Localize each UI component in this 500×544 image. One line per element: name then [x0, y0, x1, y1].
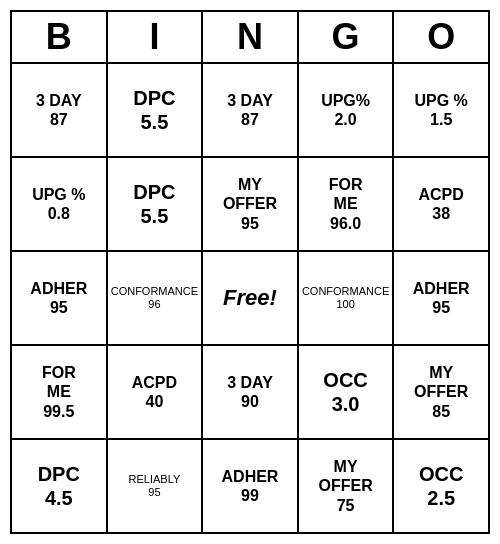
cell-line1: FOR [42, 363, 76, 382]
cell-line2: 95 [50, 298, 68, 317]
cell-line2: ME [47, 382, 71, 401]
bingo-cell: 3 DAY87 [12, 64, 108, 156]
bingo-cell: CONFORMANCE96 [108, 252, 204, 344]
cell-line1: MY [429, 363, 453, 382]
bingo-grid: 3 DAY87DPC5.53 DAY87UPG%2.0UPG %1.5UPG %… [12, 64, 488, 532]
cell-line1: UPG% [321, 91, 370, 110]
bingo-cell: ADHER95 [394, 252, 488, 344]
bingo-row: UPG %0.8DPC5.5MYOFFER95FORME96.0ACPD38 [12, 158, 488, 252]
bingo-row: ADHER95CONFORMANCE96Free!CONFORMANCE100A… [12, 252, 488, 346]
bingo-cell: ACPD40 [108, 346, 204, 438]
cell-line1: DPC [133, 180, 175, 204]
cell-line1: UPG % [32, 185, 85, 204]
bingo-cell: FORME96.0 [299, 158, 395, 250]
cell-line1: ADHER [413, 279, 470, 298]
bingo-cell: CONFORMANCE100 [299, 252, 395, 344]
bingo-cell: DPC5.5 [108, 64, 204, 156]
bingo-cell: RELIABLY95 [108, 440, 204, 532]
cell-line1: ADHER [30, 279, 87, 298]
cell-line3: 75 [337, 496, 355, 515]
bingo-cell: UPG %0.8 [12, 158, 108, 250]
bingo-row: FORME99.5ACPD403 DAY90OCC3.0MYOFFER85 [12, 346, 488, 440]
bingo-cell: DPC5.5 [108, 158, 204, 250]
bingo-header: BINGO [12, 12, 488, 64]
cell-line1: 3 DAY [227, 373, 273, 392]
cell-line1: CONFORMANCE [111, 285, 198, 298]
cell-line1: UPG % [415, 91, 468, 110]
bingo-cell: 3 DAY87 [203, 64, 299, 156]
cell-line2: OFFER [223, 194, 277, 213]
cell-line2: 5.5 [140, 204, 168, 228]
cell-line3: 99.5 [43, 402, 74, 421]
cell-line2: 5.5 [140, 110, 168, 134]
cell-line1: CONFORMANCE [302, 285, 389, 298]
cell-line1: FOR [329, 175, 363, 194]
bingo-cell: ADHER95 [12, 252, 108, 344]
cell-line2: 87 [241, 110, 259, 129]
bingo-cell: UPG%2.0 [299, 64, 395, 156]
cell-line2: 3.0 [332, 392, 360, 416]
cell-line1: MY [238, 175, 262, 194]
cell-line2: 38 [432, 204, 450, 223]
header-cell: O [394, 12, 488, 62]
free-cell-label: Free! [223, 285, 277, 311]
cell-line2: 4.5 [45, 486, 73, 510]
bingo-cell: FORME99.5 [12, 346, 108, 438]
bingo-cell: ACPD38 [394, 158, 488, 250]
cell-line1: MY [334, 457, 358, 476]
bingo-cell: MYOFFER85 [394, 346, 488, 438]
cell-line2: 99 [241, 486, 259, 505]
cell-line1: ACPD [419, 185, 464, 204]
bingo-row: DPC4.5RELIABLY95ADHER99MYOFFER75OCC2.5 [12, 440, 488, 532]
bingo-cell: Free! [203, 252, 299, 344]
header-cell: I [108, 12, 204, 62]
bingo-cell: UPG %1.5 [394, 64, 488, 156]
cell-line2: 100 [336, 298, 354, 311]
cell-line3: 95 [241, 214, 259, 233]
cell-line1: OCC [419, 462, 463, 486]
cell-line2: OFFER [318, 476, 372, 495]
cell-line1: ACPD [132, 373, 177, 392]
bingo-row: 3 DAY87DPC5.53 DAY87UPG%2.0UPG %1.5 [12, 64, 488, 158]
cell-line2: OFFER [414, 382, 468, 401]
cell-line2: ME [334, 194, 358, 213]
cell-line1: ADHER [222, 467, 279, 486]
cell-line2: 95 [432, 298, 450, 317]
cell-line2: 1.5 [430, 110, 452, 129]
cell-line2: 2.5 [427, 486, 455, 510]
cell-line1: 3 DAY [36, 91, 82, 110]
cell-line1: RELIABLY [129, 473, 181, 486]
cell-line1: DPC [38, 462, 80, 486]
header-cell: G [299, 12, 395, 62]
bingo-cell: OCC2.5 [394, 440, 488, 532]
cell-line2: 40 [145, 392, 163, 411]
cell-line2: 95 [148, 486, 160, 499]
bingo-cell: DPC4.5 [12, 440, 108, 532]
header-cell: B [12, 12, 108, 62]
cell-line1: DPC [133, 86, 175, 110]
cell-line2: 2.0 [334, 110, 356, 129]
bingo-cell: MYOFFER95 [203, 158, 299, 250]
bingo-cell: ADHER99 [203, 440, 299, 532]
header-cell: N [203, 12, 299, 62]
bingo-card: BINGO 3 DAY87DPC5.53 DAY87UPG%2.0UPG %1.… [10, 10, 490, 534]
cell-line2: 90 [241, 392, 259, 411]
cell-line2: 87 [50, 110, 68, 129]
bingo-cell: MYOFFER75 [299, 440, 395, 532]
cell-line1: OCC [323, 368, 367, 392]
cell-line2: 96 [148, 298, 160, 311]
cell-line3: 85 [432, 402, 450, 421]
bingo-cell: OCC3.0 [299, 346, 395, 438]
cell-line1: 3 DAY [227, 91, 273, 110]
cell-line3: 96.0 [330, 214, 361, 233]
cell-line2: 0.8 [48, 204, 70, 223]
bingo-cell: 3 DAY90 [203, 346, 299, 438]
